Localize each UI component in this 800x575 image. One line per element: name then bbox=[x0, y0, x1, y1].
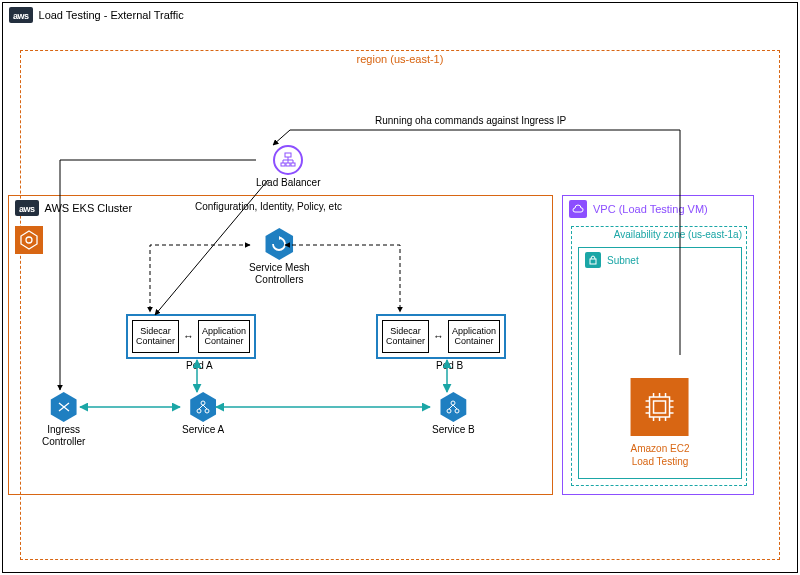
svg-point-19 bbox=[455, 409, 459, 413]
service-b-node: Service B bbox=[432, 392, 475, 435]
pod-b-label: Pod B bbox=[436, 360, 463, 371]
svg-rect-8 bbox=[291, 163, 295, 166]
svg-rect-6 bbox=[281, 163, 285, 166]
vpc-label: VPC (Load Testing VM) bbox=[593, 203, 708, 215]
config-caption: Configuration, Identity, Policy, etc bbox=[195, 201, 342, 212]
svg-point-10 bbox=[26, 237, 32, 243]
ec2-label: Amazon EC2 Load Testing bbox=[631, 442, 690, 468]
svg-rect-22 bbox=[590, 259, 596, 264]
aws-logo-icon bbox=[9, 7, 33, 23]
availability-zone-label: Availability zone (us-east-1a) bbox=[614, 229, 742, 240]
svg-point-18 bbox=[447, 409, 451, 413]
svg-point-13 bbox=[197, 409, 201, 413]
sidecar-container-b: Sidecar Container bbox=[382, 320, 429, 353]
vpc-header: VPC (Load Testing VM) bbox=[563, 196, 753, 222]
ec2-icon bbox=[631, 378, 689, 436]
svg-rect-7 bbox=[286, 163, 290, 166]
load-balancer-icon bbox=[273, 145, 303, 175]
region-label: region (us-east-1) bbox=[357, 53, 444, 65]
ingress-controller-node: Ingress Controller bbox=[42, 392, 85, 448]
application-container-a: Application Container bbox=[198, 320, 250, 353]
service-mesh-controllers-node: Service Mesh Controllers bbox=[249, 228, 310, 286]
svg-point-17 bbox=[451, 401, 455, 405]
load-balancer-node: Load Balancer bbox=[256, 145, 321, 188]
ingress-icon bbox=[49, 392, 79, 422]
ingress-controller-label: Ingress Controller bbox=[42, 424, 85, 448]
svg-rect-24 bbox=[654, 401, 666, 413]
sidecar-container-a: Sidecar Container bbox=[132, 320, 179, 353]
service-mesh-controllers-label: Service Mesh Controllers bbox=[249, 262, 310, 286]
pod-b: Sidecar Container ↔ Application Containe… bbox=[376, 314, 506, 359]
subnet-label: Subnet bbox=[607, 255, 639, 266]
service-b-label: Service B bbox=[432, 424, 475, 435]
svg-point-14 bbox=[205, 409, 209, 413]
deploy-icon bbox=[263, 228, 295, 260]
title-bar: Load Testing - External Traffic bbox=[3, 3, 797, 27]
oha-caption: Running oha commands against Ingress IP bbox=[375, 115, 566, 126]
ec2-node: Amazon EC2 Load Testing bbox=[631, 378, 690, 468]
svg-line-21 bbox=[453, 405, 457, 409]
subnet-header: Subnet bbox=[579, 248, 741, 272]
pod-a: Sidecar Container ↔ Application Containe… bbox=[126, 314, 256, 359]
service-a-node: Service A bbox=[182, 392, 224, 435]
aws-logo-icon bbox=[15, 200, 39, 216]
diagram-title: Load Testing - External Traffic bbox=[39, 9, 184, 21]
svg-rect-0 bbox=[285, 153, 291, 157]
load-balancer-label: Load Balancer bbox=[256, 177, 321, 188]
svg-line-16 bbox=[203, 405, 207, 409]
bidirectional-arrow-icon: ↔ bbox=[433, 330, 444, 342]
subnet-box: Subnet Amazon EC2 Load Testing bbox=[578, 247, 742, 479]
kubernetes-icon bbox=[15, 226, 43, 254]
svg-line-20 bbox=[449, 405, 453, 409]
vpc-icon bbox=[569, 200, 587, 218]
service-icon bbox=[188, 392, 218, 422]
svg-rect-23 bbox=[650, 397, 670, 417]
pod-a-label: Pod A bbox=[186, 360, 213, 371]
application-container-b: Application Container bbox=[448, 320, 500, 353]
availability-zone-box: Availability zone (us-east-1a) Subnet Am… bbox=[571, 226, 747, 486]
eks-label: AWS EKS Cluster bbox=[45, 202, 133, 214]
svg-marker-9 bbox=[21, 231, 37, 249]
svg-point-12 bbox=[201, 401, 205, 405]
svg-line-15 bbox=[199, 405, 203, 409]
service-a-label: Service A bbox=[182, 424, 224, 435]
vpc-box: VPC (Load Testing VM) Availability zone … bbox=[562, 195, 754, 495]
lock-icon bbox=[585, 252, 601, 268]
bidirectional-arrow-icon: ↔ bbox=[183, 330, 194, 342]
service-icon bbox=[438, 392, 468, 422]
